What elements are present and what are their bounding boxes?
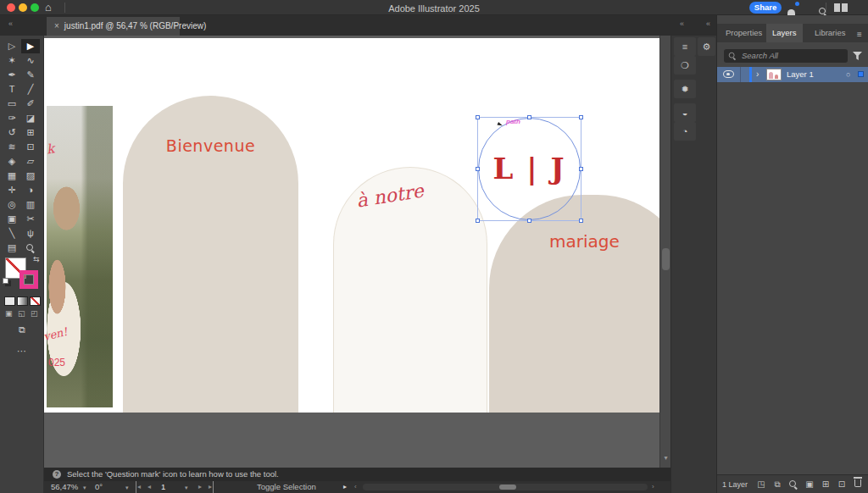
scroll-left-icon[interactable]: ‹: [354, 481, 357, 493]
collect-for-export-icon[interactable]: ▣: [803, 475, 816, 493]
mesh-tool[interactable]: ▦: [3, 169, 21, 183]
selection-handle-middle-left[interactable]: [476, 167, 480, 171]
artboard-number[interactable]: 1: [161, 481, 165, 493]
swatches-panel-icon[interactable]: ◒: [674, 103, 696, 122]
pathfinder-panel-icon[interactable]: ❍: [674, 56, 696, 75]
pen-tool[interactable]: ✒: [3, 68, 21, 82]
default-fill-stroke-icon[interactable]: [3, 278, 8, 284]
eyedropper-tool[interactable]: ✛: [3, 183, 21, 197]
rotation-value[interactable]: 0°: [95, 481, 103, 493]
print-tiling-tool[interactable]: ▤: [3, 241, 21, 255]
layer-selection-chip[interactable]: [858, 71, 864, 77]
panel-menu-icon[interactable]: ≡: [857, 30, 862, 39]
scale-tool[interactable]: ⊞: [21, 125, 40, 140]
monogram-text[interactable]: L | J: [478, 118, 581, 220]
swap-fill-stroke-icon[interactable]: ⇆: [33, 255, 40, 263]
dock-collapse-icon[interactable]: «: [680, 19, 684, 28]
selection-handle-bottom-right[interactable]: [579, 219, 583, 223]
pencil-tool[interactable]: ✑: [3, 111, 21, 125]
rotation-dropdown-icon[interactable]: ▾: [125, 482, 129, 493]
selection-handle-top-right[interactable]: [579, 115, 583, 119]
width-tool[interactable]: ≋: [3, 140, 21, 154]
selection-handle-bottom-left[interactable]: [476, 219, 480, 223]
free-transform-tool[interactable]: ⊡: [21, 140, 40, 154]
arch-shape-bienvenue[interactable]: Bienvenue: [123, 96, 298, 413]
color-button[interactable]: [4, 296, 15, 306]
draw-inside-icon[interactable]: ◰: [31, 309, 38, 318]
selection-handle-bottom-center[interactable]: [527, 219, 531, 223]
bride-photo[interactable]: k ven! 025: [47, 106, 113, 407]
color-panel-icon[interactable]: ✹: [674, 80, 696, 98]
edit-toolbar-icon[interactable]: ⋯: [0, 346, 44, 357]
canvas[interactable]: k ven! 025 Bienvenue à notre mariage L |…: [44, 36, 659, 468]
direct-selection-tool[interactable]: ▶: [21, 39, 40, 53]
selected-object-bounding-box[interactable]: L | J path: [477, 117, 581, 221]
symbol-sprayer-tool[interactable]: ◎: [3, 197, 21, 212]
type-tool[interactable]: T: [3, 82, 21, 97]
delete-layer-icon[interactable]: [851, 475, 865, 493]
vertical-scrollbar[interactable]: ▾: [659, 36, 670, 468]
blend-tool[interactable]: ◑: [21, 183, 40, 197]
selection-tool[interactable]: ▷: [3, 39, 21, 53]
toolbar-collapse-icon[interactable]: «: [8, 19, 13, 28]
zoom-level[interactable]: 56,47%: [51, 481, 78, 493]
slice-tool[interactable]: ✂: [21, 212, 40, 226]
none-button[interactable]: [30, 296, 41, 306]
new-layer-icon[interactable]: ⊡: [835, 475, 849, 493]
stroke-swatch[interactable]: [19, 270, 38, 289]
search-input[interactable]: Search All: [724, 49, 848, 63]
dock-collapse-icon-2[interactable]: «: [706, 19, 710, 28]
search-layers-icon[interactable]: [787, 475, 800, 493]
vertical-scrollbar-thumb[interactable]: [662, 248, 670, 270]
tab-libraries[interactable]: Libraries: [809, 24, 851, 42]
curvature-tool[interactable]: ✎: [21, 68, 40, 82]
line-segment-tool[interactable]: ╱: [21, 82, 40, 97]
locate-object-icon[interactable]: ◳: [754, 475, 768, 493]
lasso-tool[interactable]: ∿: [21, 53, 40, 68]
magic-wand-tool[interactable]: ✶: [3, 53, 21, 68]
draw-behind-icon[interactable]: ◱: [18, 309, 25, 318]
arrange-documents-icon[interactable]: [834, 3, 840, 12]
eraser-tool[interactable]: ◪: [21, 111, 40, 125]
layer-thumbnail[interactable]: [766, 69, 782, 80]
tab-properties[interactable]: Properties: [720, 24, 768, 42]
next-artboard-icon[interactable]: ▸: [198, 481, 202, 493]
tab-close-icon[interactable]: ×: [54, 21, 59, 30]
change-screen-mode-icon[interactable]: ⧉: [0, 324, 44, 335]
document-tab[interactable]: ×justin1.pdf @ 56,47 % (RGB/Preview): [47, 17, 180, 36]
question-mark-icon[interactable]: ?: [53, 470, 61, 479]
bienvenue-text[interactable]: Bienvenue: [123, 136, 298, 155]
horizontal-scrollbar-thumb[interactable]: [499, 485, 516, 490]
rotate-tool[interactable]: ↺: [3, 125, 21, 140]
last-artboard-icon[interactable]: ▸: [209, 481, 214, 493]
rectangle-tool[interactable]: ▭: [3, 97, 21, 111]
layer-expand-icon[interactable]: ›: [756, 67, 759, 82]
photo-year-text[interactable]: 025: [48, 357, 65, 368]
column-graph-tool[interactable]: ▥: [21, 197, 40, 212]
zoom-dropdown-icon[interactable]: ▾: [83, 482, 86, 493]
mariage-text[interactable]: mariage: [549, 231, 620, 252]
tab-layers[interactable]: Layers: [766, 24, 803, 42]
gradient-tool[interactable]: ▨: [21, 169, 40, 183]
photo-script-text[interactable]: ven!: [44, 325, 69, 343]
panel-menu-icon[interactable]: ≡: [674, 37, 696, 56]
artboard[interactable]: k ven! 025 Bienvenue à notre mariage L |…: [44, 38, 659, 413]
selection-handle-middle-right[interactable]: [579, 167, 583, 171]
gradient-panel-icon[interactable]: ◔: [674, 122, 696, 141]
zoom-tool[interactable]: [21, 241, 40, 255]
gradient-button[interactable]: [17, 296, 28, 306]
arch-shape-mariage[interactable]: mariage: [489, 195, 659, 413]
filter-icon[interactable]: [853, 52, 862, 60]
properties-gear-icon[interactable]: ⚙: [698, 37, 715, 56]
status-tool-label[interactable]: Toggle Selection: [257, 481, 316, 493]
layer-row[interactable]: › Layer 1 ○: [717, 67, 868, 82]
visibility-eye-icon[interactable]: [723, 70, 734, 78]
horizontal-scrollbar[interactable]: [363, 484, 648, 490]
new-sublayer-icon[interactable]: ⊞: [819, 475, 832, 493]
layer-target-icon[interactable]: ○: [846, 67, 850, 82]
draw-normal-icon[interactable]: ▣: [5, 309, 13, 318]
artboard-dropdown-icon[interactable]: ▾: [185, 482, 188, 493]
artboard-tool[interactable]: ▣: [3, 212, 21, 226]
make-clipping-mask-icon[interactable]: ⧉: [771, 475, 784, 493]
status-play-icon[interactable]: ▸: [343, 481, 347, 493]
